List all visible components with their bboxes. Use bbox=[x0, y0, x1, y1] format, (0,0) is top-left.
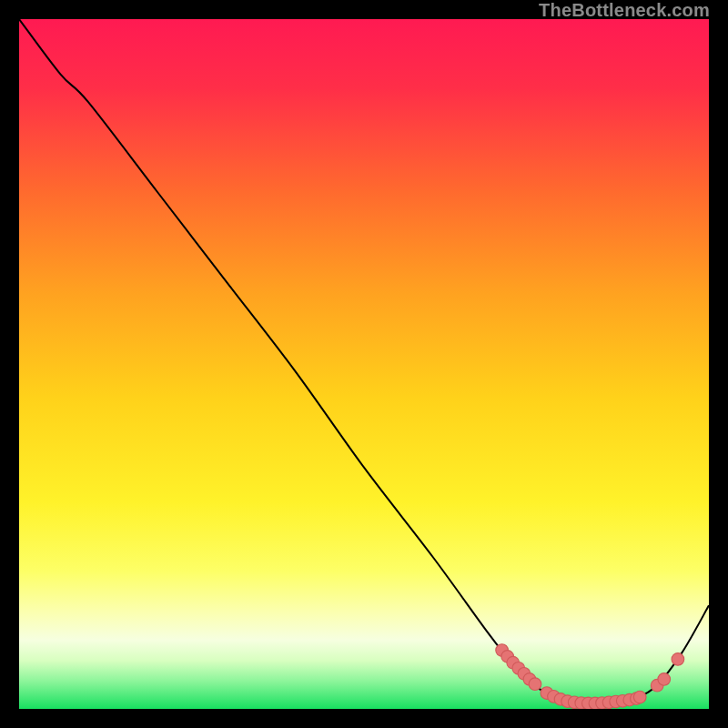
data-marker bbox=[633, 691, 646, 703]
chart-frame: TheBottleneck.com bbox=[0, 0, 728, 728]
data-marker bbox=[658, 673, 671, 686]
attribution-text: TheBottleneck.com bbox=[539, 0, 710, 21]
curve-path bbox=[19, 19, 709, 703]
bottleneck-curve bbox=[19, 19, 709, 709]
plot-area bbox=[19, 19, 709, 709]
data-marker bbox=[672, 653, 684, 666]
data-marker bbox=[529, 678, 541, 691]
